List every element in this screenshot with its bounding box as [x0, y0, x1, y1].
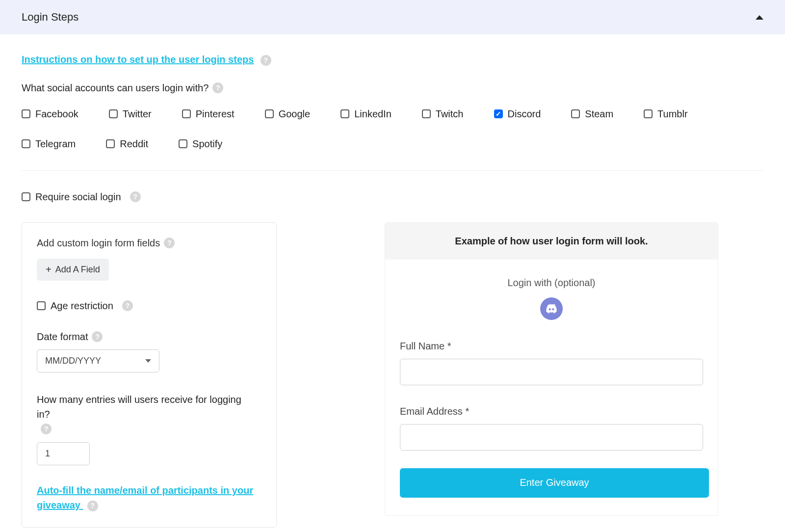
help-icon[interactable]: ?	[261, 55, 271, 66]
divider	[22, 170, 763, 171]
social-label: Twitch	[436, 108, 464, 120]
require-social-label: Require social login	[35, 191, 121, 203]
checkbox-icon	[644, 109, 653, 118]
social-checkbox-google[interactable]: Google	[265, 108, 311, 120]
fullname-input[interactable]	[400, 359, 703, 385]
social-checkbox-tumblr[interactable]: Tumblr	[644, 108, 687, 120]
collapse-caret-icon[interactable]	[756, 15, 763, 20]
checkbox-icon	[22, 192, 30, 201]
require-social-checkbox[interactable]: Require social login ?	[22, 191, 763, 203]
social-checkbox-steam[interactable]: Steam	[571, 108, 613, 120]
email-label: Email Address *	[400, 406, 703, 417]
entries-label: How many entries will users receive for …	[37, 392, 253, 422]
social-checkbox-pinterest[interactable]: Pinterest	[182, 108, 235, 120]
help-icon[interactable]: ?	[164, 238, 175, 248]
help-icon[interactable]: ?	[87, 501, 98, 511]
social-label: Twitter	[123, 108, 152, 120]
checkbox-icon	[22, 109, 30, 118]
fullname-label: Full Name *	[400, 341, 703, 352]
social-label: Google	[279, 108, 311, 120]
social-label: Facebook	[35, 108, 78, 120]
chevron-down-icon	[145, 359, 151, 363]
checkbox-icon	[179, 139, 187, 148]
social-label: LinkedIn	[354, 108, 392, 120]
help-icon[interactable]: ?	[212, 82, 223, 93]
discord-icon[interactable]	[540, 297, 563, 320]
checkbox-icon	[422, 109, 431, 118]
custom-fields-panel: Add custom login form fields ? + Add A F…	[22, 222, 277, 528]
checkbox-icon	[571, 109, 580, 118]
social-label: Spotify	[192, 138, 222, 150]
age-restriction-label: Age restriction	[51, 300, 113, 312]
section-title: Login Steps	[22, 11, 78, 24]
login-with-label: Login with (optional)	[400, 277, 703, 289]
social-checkbox-linkedin[interactable]: LinkedIn	[340, 108, 392, 120]
social-checkbox-twitch[interactable]: Twitch	[422, 108, 464, 120]
checkbox-icon	[37, 301, 46, 310]
help-icon[interactable]: ?	[41, 424, 52, 434]
help-icon[interactable]: ?	[130, 191, 141, 202]
login-preview-panel: Example of how user login form will look…	[385, 222, 718, 516]
social-checkbox-spotify[interactable]: Spotify	[179, 138, 222, 150]
social-label: Telegram	[35, 138, 76, 150]
social-checkbox-twitter[interactable]: Twitter	[109, 108, 152, 120]
checkbox-icon	[109, 109, 118, 118]
enter-giveaway-button[interactable]: Enter Giveaway	[400, 468, 709, 498]
section-header[interactable]: Login Steps	[0, 0, 785, 34]
preview-header: Example of how user login form will look…	[385, 223, 718, 260]
checkbox-icon	[22, 139, 30, 148]
social-label: Pinterest	[196, 108, 235, 120]
email-input[interactable]	[400, 424, 703, 451]
social-label: Discord	[508, 108, 541, 120]
social-label: Reddit	[120, 138, 148, 150]
date-format-select[interactable]: MM/DD/YYYY	[37, 349, 159, 372]
checkbox-icon	[494, 109, 503, 118]
social-label: Steam	[585, 108, 613, 120]
custom-fields-title: Add custom login form fields ?	[37, 238, 262, 249]
age-restriction-checkbox[interactable]: Age restriction ?	[37, 300, 262, 312]
entries-input[interactable]	[37, 442, 90, 465]
checkbox-icon	[340, 109, 349, 118]
social-checkbox-telegram[interactable]: Telegram	[22, 138, 76, 150]
social-checkbox-reddit[interactable]: Reddit	[106, 138, 148, 150]
social-login-label: What social accounts can users login wit…	[22, 82, 763, 94]
date-format-label: Date format	[37, 331, 88, 343]
social-checkbox-discord[interactable]: Discord	[494, 108, 541, 120]
autofill-link[interactable]: Auto-fill the name/email of participants…	[37, 483, 262, 512]
social-checkbox-row: FacebookTwitterPinterestGoogleLinkedInTw…	[22, 108, 763, 150]
help-icon[interactable]: ?	[122, 300, 133, 311]
instructions-link[interactable]: Instructions on how to set up the user l…	[22, 54, 254, 65]
social-label: Tumblr	[657, 108, 687, 120]
plus-icon: +	[46, 265, 52, 274]
checkbox-icon	[106, 139, 115, 148]
checkbox-icon	[265, 109, 274, 118]
checkbox-icon	[182, 109, 191, 118]
add-field-button[interactable]: + Add A Field	[37, 259, 109, 281]
social-checkbox-facebook[interactable]: Facebook	[22, 108, 78, 120]
help-icon[interactable]: ?	[92, 331, 103, 342]
